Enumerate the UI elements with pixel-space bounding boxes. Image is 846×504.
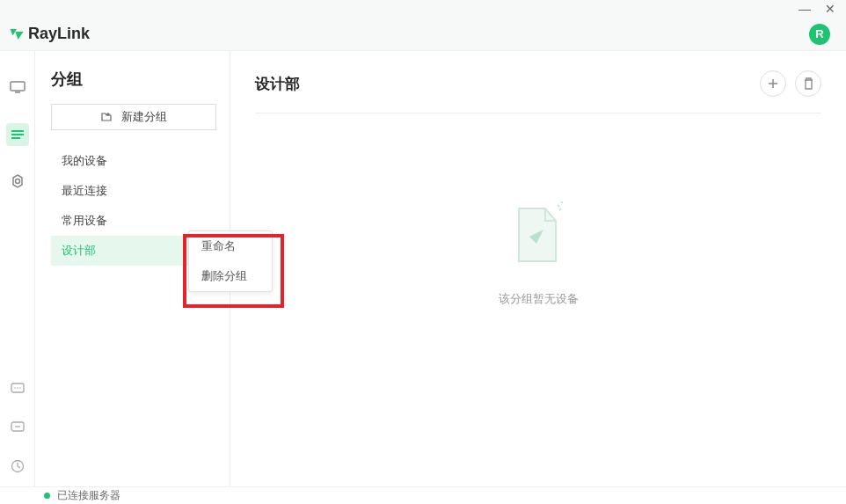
titlebar: — ✕ — [0, 0, 846, 18]
nav-help[interactable] — [6, 455, 29, 478]
empty-illustration — [503, 193, 573, 272]
new-group-button[interactable]: 新建分组 — [51, 104, 216, 130]
logo-icon — [9, 26, 25, 42]
logo-text: RayLink — [28, 25, 90, 43]
svg-point-10 — [19, 387, 21, 389]
context-menu: 重命名 删除分组 — [188, 230, 273, 292]
main: 设计部 该分组暂无设备 — [230, 51, 846, 486]
main-header: 设计部 — [255, 70, 821, 113]
body: 分组 新建分组 我的设备 最近连接 常用设备 设计部 ••• 设计部 — [0, 51, 846, 486]
nav-list[interactable] — [6, 123, 29, 146]
group-label: 最近连接 — [62, 183, 107, 199]
main-actions — [760, 70, 821, 97]
status-dot-icon — [44, 493, 50, 499]
minimize-button[interactable]: — — [799, 2, 811, 16]
group-label: 设计部 — [62, 243, 96, 259]
empty-text: 该分组暂无设备 — [499, 291, 579, 307]
nav-settings[interactable] — [6, 171, 29, 194]
svg-rect-0 — [11, 82, 25, 91]
add-button[interactable] — [760, 70, 786, 97]
trash-icon — [803, 77, 814, 90]
nav-bottom — [6, 377, 29, 478]
svg-point-6 — [15, 179, 19, 184]
sidebar-title: 分组 — [51, 69, 219, 90]
list-icon — [10, 128, 26, 141]
svg-point-9 — [17, 387, 18, 389]
new-group-label: 新建分组 — [121, 109, 167, 125]
avatar[interactable]: R — [809, 24, 830, 45]
svg-point-8 — [14, 387, 16, 389]
close-button[interactable]: ✕ — [825, 2, 835, 16]
group-item-mydevices[interactable]: 我的设备 — [51, 146, 219, 176]
new-folder-icon — [100, 111, 113, 123]
header: RayLink R — [0, 18, 846, 51]
gear-icon — [10, 174, 26, 190]
nav-feedback[interactable] — [6, 416, 29, 439]
plus-icon — [767, 77, 779, 90]
empty-state: 该分组暂无设备 — [255, 113, 821, 486]
clock-icon — [11, 459, 25, 473]
feedback-icon — [11, 421, 25, 434]
svg-marker-5 — [13, 175, 22, 187]
main-title: 设计部 — [255, 74, 300, 94]
group-label: 我的设备 — [62, 153, 107, 169]
monitor-icon — [10, 81, 26, 93]
context-delete[interactable]: 删除分组 — [189, 261, 272, 291]
statusbar: 已连接服务器 — [0, 486, 846, 504]
logo: RayLink — [9, 25, 90, 43]
nav-chat[interactable] — [6, 377, 29, 400]
chat-icon — [11, 383, 25, 395]
delete-button[interactable] — [795, 70, 821, 97]
group-item-recent[interactable]: 最近连接 — [51, 176, 219, 206]
nav-monitor[interactable] — [6, 76, 29, 99]
context-rename[interactable]: 重命名 — [189, 231, 272, 261]
group-label: 常用设备 — [62, 213, 107, 229]
nav-rail — [0, 51, 35, 486]
status-text: 已连接服务器 — [57, 488, 120, 503]
